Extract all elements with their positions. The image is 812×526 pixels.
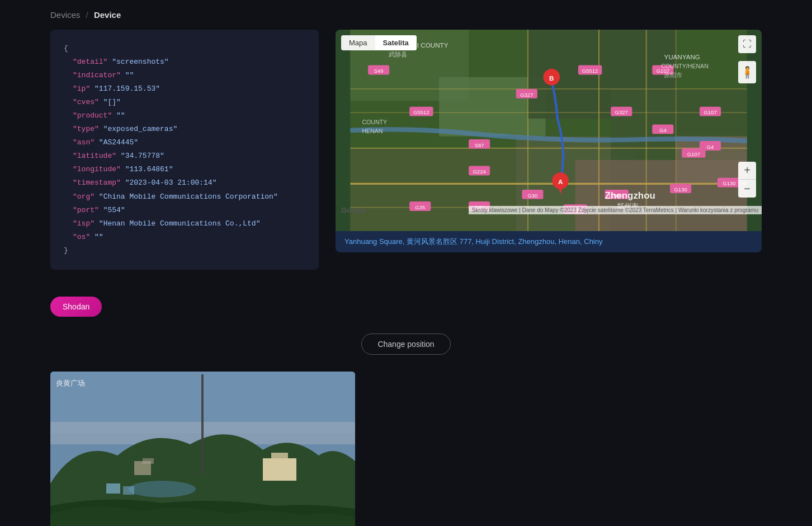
map-zoom-controls[interactable]: + − [738,162,756,198]
svg-text:G107: G107 [687,151,700,157]
svg-rect-73 [263,458,296,481]
svg-text:G30: G30 [527,192,537,199]
json-panel: { "detail" "screenshots" "indicator" "" … [50,30,319,270]
svg-text:G130: G130 [674,186,687,192]
svg-text:B: B [549,74,554,82]
map-fullscreen-button[interactable]: ⛶ [738,35,756,53]
json-fields: "detail" "screenshots" "indicator" "" "i… [64,55,305,244]
breadcrumb-current: Device [94,10,121,20]
camera-screenshot-container: 炎黄广场 [50,372,355,526]
svg-rect-74 [271,453,288,461]
svg-text:G224: G224 [473,168,486,175]
svg-rect-4 [350,148,528,231]
svg-text:COUNTY/HENAN: COUNTY/HENAN [661,63,709,69]
svg-text:G107: G107 [704,109,716,115]
svg-text:A: A [558,178,563,185]
change-position-button[interactable]: Change position [361,334,450,355]
svg-text:原阳市: 原阳市 [664,72,682,78]
map-tab-bar[interactable]: Mapa Satelita [341,35,417,50]
svg-rect-77 [201,374,204,475]
svg-text:G5512: G5512 [413,109,429,115]
svg-text:HENAN: HENAN [362,128,383,134]
svg-text:G35: G35 [415,204,425,210]
svg-text:炎黄广场: 炎黄广场 [56,379,85,387]
screenshot-section: 炎黄广场 [50,372,762,526]
svg-text:COUNTY: COUNTY [362,119,387,125]
breadcrumb: Devices / Device [0,0,812,30]
map-pegman-button[interactable]: 🧍 [738,61,756,83]
map-zoom-out-button[interactable]: − [738,180,756,198]
breadcrumb-separator: / [86,10,88,20]
svg-text:G130: G130 [723,180,735,186]
google-logo: Google [341,206,366,214]
svg-text:YUANYANG: YUANYANG [664,53,700,60]
map-address-bar: Yanhuang Square, 黄河风景名胜区 777, Huiji Dist… [336,231,762,252]
map-tab-mapa[interactable]: Mapa [341,35,375,50]
svg-text:S49: S49 [374,68,384,74]
svg-text:武陟县: 武陟县 [389,51,407,58]
svg-point-78 [129,481,196,497]
map-zoom-in-button[interactable]: + [738,162,756,180]
svg-text:G327: G327 [615,109,628,115]
map-tab-satellite[interactable]: Satelita [375,35,417,50]
map-container[interactable]: S49 G5512 G5512 G107 G107 G107 G35 G224 [336,30,762,231]
svg-text:G4: G4 [659,127,667,133]
svg-rect-76 [143,458,154,464]
breadcrumb-devices[interactable]: Devices [50,10,80,20]
svg-rect-79 [106,483,120,494]
change-position-section: Change position [50,334,762,355]
svg-rect-80 [123,486,134,495]
svg-text:Zhengzhou: Zhengzhou [605,190,655,201]
svg-text:S87: S87 [475,142,484,148]
svg-text:G5512: G5512 [582,68,598,74]
shodan-button[interactable]: Shodan [50,297,102,317]
map-attribution: Skróty klawiszowe | Dane do Mapy ©2023 Z… [469,206,762,214]
svg-text:G327: G327 [520,92,533,98]
map-panel: S49 G5512 G5512 G107 G107 G107 G35 G224 [336,30,762,252]
svg-text:G4: G4 [707,144,714,150]
